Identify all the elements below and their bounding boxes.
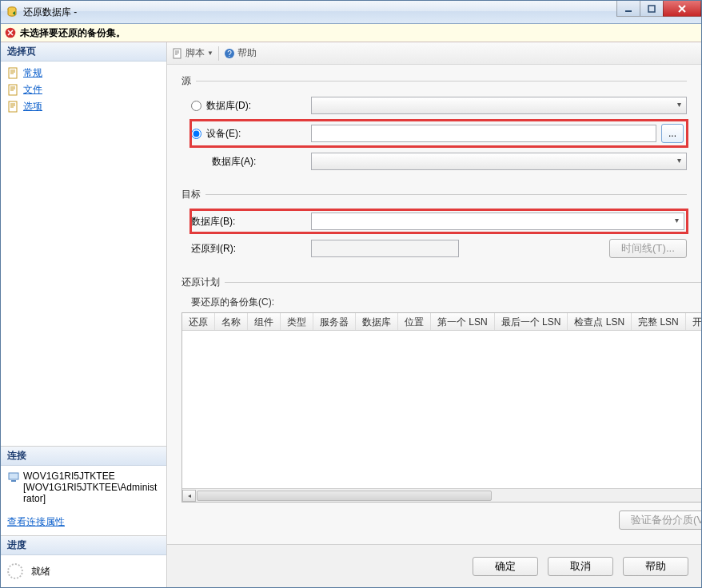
window-controls [617,1,701,17]
col-position[interactable]: 位置 [398,313,431,330]
sidebar-item-files[interactable]: 文件 [1,81,166,98]
col-first-lsn[interactable]: 第一个 LSN [431,313,495,330]
source-device-database-combo[interactable] [311,153,687,170]
source-database-radio[interactable] [191,101,201,111]
window-title: 还原数据库 - [23,6,701,19]
target-group: 目标 数据库(B): 还原到(R): 时间线(T)... [181,188,687,264]
warning-text: 未选择要还原的备份集。 [20,26,126,40]
ok-button[interactable]: 确定 [473,557,538,576]
col-start[interactable]: 开始 [686,313,701,330]
source-legend: 源 [181,74,196,88]
svg-rect-1 [625,10,632,12]
connection-server: WOV1G1RI5JTKTEE [23,471,160,482]
col-server[interactable]: 服务器 [313,313,356,330]
col-name[interactable]: 名称 [215,313,248,330]
grid-body [182,331,701,488]
sidebar-item-general[interactable]: 常规 [1,65,166,81]
page-icon [7,101,20,113]
progress-header: 进度 [1,536,166,555]
dialog-body: 选择页 常规 文件 选项 连接 [1,42,701,587]
close-button[interactable] [663,1,701,17]
view-connection-link[interactable]: 查看连接属性 [7,516,65,527]
restore-to-input [311,240,459,257]
backup-sets-grid[interactable]: 还原 名称 组件 类型 服务器 数据库 位置 第一个 LSN 最后一个 LSN … [181,312,701,503]
progress-spinner-icon [7,563,23,579]
dialog-footer: 确定 取消 帮助 [167,544,701,587]
col-full-lsn[interactable]: 完整 LSN [632,313,686,330]
svg-rect-2 [648,6,655,12]
sidebar-item-options[interactable]: 选项 [1,98,166,115]
scroll-thumb[interactable] [197,491,492,501]
col-component[interactable]: 组件 [248,313,281,330]
help-button[interactable]: 帮助 [623,557,688,576]
maximize-button[interactable] [640,1,664,17]
connection-section: 连接 WOV1G1RI5JTKTEE [WOV1G1RI5JTKTEE\Admi… [1,446,166,535]
progress-section: 进度 就绪 [1,535,166,587]
help-toolbar-button[interactable]: ? 帮助 [224,46,257,60]
source-database-combo[interactable] [311,97,687,114]
restore-database-window: 还原数据库 - 未选择要还原的备份集。 选择页 常规 文件 [0,0,702,588]
error-icon [5,27,16,38]
col-database[interactable]: 数据库 [356,313,398,330]
target-legend: 目标 [181,188,205,201]
progress-status: 就绪 [31,565,50,578]
browse-device-button[interactable]: ... [661,124,684,143]
col-checkpoint-lsn[interactable]: 检查点 LSN [568,313,632,330]
sidebar-item-label: 常规 [23,66,42,80]
separator [218,46,219,61]
plan-group: 还原计划 要还原的备份集(C): 还原 名称 组件 类型 服务器 数据库 位置 … [181,276,701,530]
sidebar: 选择页 常规 文件 选项 连接 [1,42,167,587]
svg-rect-8 [11,480,16,482]
svg-text:?: ? [227,50,232,58]
select-page-header: 选择页 [1,42,166,62]
script-button[interactable]: 脚本 ▼ [172,46,213,60]
grid-header: 还原 名称 组件 类型 服务器 数据库 位置 第一个 LSN 最后一个 LSN … [182,313,701,331]
select-page-list: 常规 文件 选项 [1,62,166,446]
page-icon [7,67,20,80]
main-panel: 脚本 ▼ ? 帮助 源 数据库(D): 设 [167,42,701,587]
target-database-combo[interactable] [311,213,684,230]
svg-rect-9 [174,49,181,58]
connection-user: [WOV1G1RI5JTKTEE\Administrator] [23,482,160,504]
server-icon [7,471,20,483]
titlebar[interactable]: 还原数据库 - [1,1,701,24]
sidebar-item-label: 文件 [23,83,42,97]
backup-sets-label: 要还原的备份集(C): [191,296,701,309]
source-device-input[interactable] [311,125,656,142]
dropdown-arrow-icon: ▼ [207,50,213,57]
help-icon: ? [224,48,235,59]
col-type[interactable]: 类型 [281,313,313,330]
warning-bar: 未选择要还原的备份集。 [1,24,701,42]
page-icon [7,84,20,97]
sidebar-item-label: 选项 [23,100,42,113]
plan-legend: 还原计划 [181,276,225,289]
source-device-radio[interactable] [191,129,201,139]
col-restore[interactable]: 还原 [182,313,215,330]
app-icon [6,6,18,18]
verify-media-button: 验证备份介质(V) [619,511,701,530]
script-icon [172,48,183,59]
svg-rect-7 [9,473,18,479]
source-group: 源 数据库(D): 设备(E): ... 数据库(A): [181,74,687,177]
toolbar: 脚本 ▼ ? 帮助 [167,42,701,65]
connection-header: 连接 [1,447,166,466]
cancel-button[interactable]: 取消 [548,557,613,576]
col-last-lsn[interactable]: 最后一个 LSN [495,313,568,330]
horizontal-scrollbar[interactable]: ◂ ▸ [182,488,701,502]
content-area: 源 数据库(D): 设备(E): ... 数据库(A): [167,65,701,544]
connection-info: WOV1G1RI5JTKTEE [WOV1G1RI5JTKTEE\Adminis… [1,466,166,509]
timeline-button: 时间线(T)... [609,239,687,258]
minimize-button[interactable] [616,1,640,17]
scroll-left-icon[interactable]: ◂ [182,490,196,502]
